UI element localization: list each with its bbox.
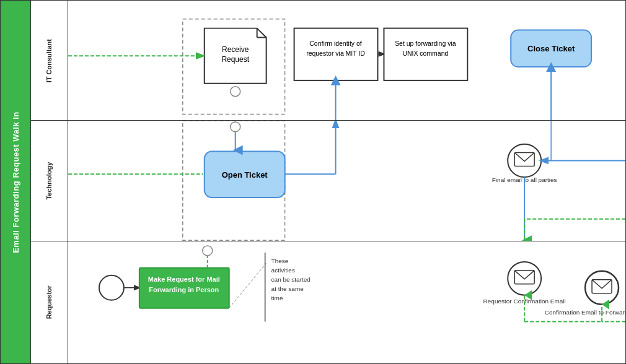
- diagram-title-text: Email Forwarding Request Walk In: [11, 111, 20, 253]
- svg-text:These: These: [271, 258, 289, 264]
- svg-text:Make Request for Mail: Make Request for Mail: [148, 275, 220, 282]
- svg-text:activities: activities: [271, 267, 295, 274]
- lane-it-label: IT Consultant: [31, 1, 68, 120]
- lane-tech-label-text: Technology: [45, 162, 53, 200]
- svg-text:requestor via MIT ID: requestor via MIT ID: [306, 50, 365, 57]
- lane-req-label-text: Requestor: [45, 285, 53, 319]
- lane-req-label: Requestor: [31, 241, 68, 363]
- lane-it-content: Receive Request Confirm identity of requ…: [68, 1, 625, 120]
- svg-point-30: [231, 122, 240, 132]
- lane-it: IT Consultant Receive Request Confir: [31, 1, 625, 121]
- svg-point-50: [508, 262, 541, 295]
- svg-point-41: [203, 246, 213, 256]
- svg-text:Confirm identity of: Confirm identity of: [309, 40, 362, 47]
- lane-tech-svg: Open Ticket Final email to all parties: [68, 121, 625, 240]
- lane-tech-content: Open Ticket Final email to all parties: [68, 121, 625, 240]
- svg-text:Open Ticket: Open Ticket: [222, 171, 268, 180]
- lane-tech-label: Technology: [31, 121, 68, 240]
- svg-text:Set up forwarding via: Set up forwarding via: [395, 40, 456, 47]
- svg-point-6: [231, 87, 240, 97]
- lane-it-label-text: IT Consultant: [45, 39, 53, 82]
- lane-req-svg: Make Request for Mail Forwarding in Pers…: [68, 241, 625, 363]
- svg-text:at the same: at the same: [271, 285, 304, 292]
- svg-text:Confirmation Email to Forwarde: Confirmation Email to Forwarded Address: [545, 308, 625, 315]
- svg-point-55: [585, 271, 619, 305]
- svg-text:Forwarding in Person: Forwarding in Person: [149, 285, 219, 293]
- diagram-container: Email Forwarding Request Walk In IT Cons…: [0, 0, 626, 364]
- svg-text:UNIX command: UNIX command: [402, 50, 448, 57]
- lane-tech: Technology Open Ticket: [31, 121, 625, 241]
- svg-line-43: [229, 263, 267, 308]
- svg-text:can be started: can be started: [271, 275, 311, 282]
- lane-it-svg: Receive Request Confirm identity of requ…: [68, 1, 625, 120]
- svg-point-36: [99, 275, 124, 300]
- diagram-title-label: Email Forwarding Request Walk In: [1, 1, 30, 363]
- lane-req-content: Make Request for Mail Forwarding in Pers…: [68, 241, 625, 363]
- svg-text:Close Ticket: Close Ticket: [527, 44, 575, 53]
- lanes-container: IT Consultant Receive Request Confir: [30, 1, 625, 363]
- svg-text:Request: Request: [221, 55, 249, 64]
- svg-point-24: [508, 144, 541, 178]
- lane-req: Requestor Make Request for Mail Forwardi…: [31, 241, 625, 363]
- svg-text:Receive: Receive: [222, 45, 249, 54]
- svg-text:time: time: [271, 294, 283, 301]
